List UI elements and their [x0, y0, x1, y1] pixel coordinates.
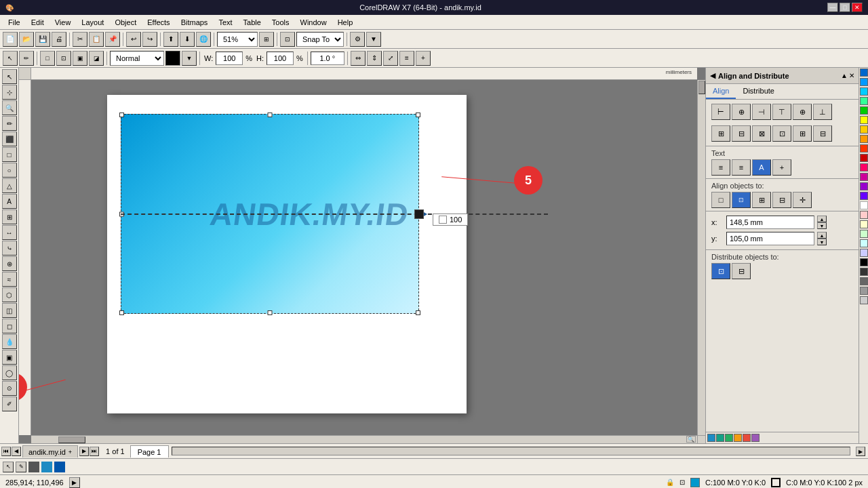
scroll-right-btn[interactable]: ▶	[856, 447, 865, 456]
panel-collapse-btn[interactable]: ◀	[710, 71, 715, 80]
dist-page-btn[interactable]: ⊡	[711, 263, 730, 279]
menu-edit[interactable]: Edit	[26, 17, 50, 28]
align-left-btn[interactable]: ⊢	[711, 104, 730, 120]
border-btn[interactable]: □	[40, 51, 55, 66]
align-to-page-btn[interactable]: □	[711, 192, 730, 208]
horizontal-scrollbar[interactable]	[31, 435, 697, 443]
palette-dark-gray[interactable]	[860, 268, 868, 276]
minimize-button[interactable]: —	[827, 3, 838, 12]
palette-white[interactable]	[860, 201, 868, 209]
polygon-tool[interactable]: △	[2, 178, 17, 193]
height-input[interactable]	[267, 52, 294, 65]
outline-color-indicator[interactable]	[41, 462, 52, 472]
maximize-button[interactable]: □	[840, 3, 850, 12]
menu-table[interactable]: Table	[238, 17, 267, 28]
palette-violet[interactable]	[860, 182, 868, 190]
align-to-selection-btn[interactable]: ⊡	[732, 192, 751, 208]
align-bottom-btn[interactable]: ⊥	[813, 104, 832, 120]
menu-view[interactable]: View	[50, 17, 77, 28]
angle-input[interactable]	[311, 52, 344, 65]
text-align-right-btn[interactable]: A	[752, 159, 771, 176]
transparency-handle[interactable]	[414, 209, 424, 219]
transparency-tool[interactable]: ◻	[2, 319, 17, 333]
options-button[interactable]: ⚙	[350, 32, 365, 47]
page-scrollbar[interactable]	[172, 447, 851, 455]
align-center-h-btn[interactable]: ⊕	[732, 104, 751, 120]
rect-tool[interactable]: □	[2, 147, 17, 162]
freehand-btn[interactable]: ✏	[19, 51, 34, 66]
dimension-tool[interactable]: ↔	[2, 225, 17, 240]
page-tab[interactable]: Page 1	[130, 445, 169, 458]
dist-selection-btn[interactable]: ⊟	[732, 263, 751, 279]
view-mode-dropdown[interactable]: Normal	[110, 51, 164, 66]
palette-light-yellow[interactable]	[860, 220, 868, 228]
close-button[interactable]: ✕	[852, 3, 863, 12]
snap-button[interactable]: ⊡	[280, 32, 295, 47]
menu-file[interactable]: File	[3, 17, 26, 28]
border3-btn[interactable]: ▣	[73, 51, 87, 66]
zoom-dropdown[interactable]: 51%	[217, 32, 258, 47]
status-action-btn[interactable]: ▶	[69, 477, 80, 488]
color-box[interactable]	[165, 51, 180, 66]
redo-button[interactable]: ↪	[142, 32, 157, 47]
undo-button[interactable]: ↩	[126, 32, 141, 47]
align-page-mid-btn[interactable]: ⊞	[793, 125, 812, 142]
y-input[interactable]	[726, 232, 814, 245]
fill-color-status[interactable]	[690, 478, 700, 487]
palette-light-purple[interactable]	[860, 249, 868, 257]
paste-button[interactable]: 📌	[105, 32, 120, 47]
align-page-center-btn[interactable]: ⊟	[732, 125, 751, 142]
ellipse-tool[interactable]: ○	[2, 163, 17, 178]
shadow-tool[interactable]: ◫	[2, 303, 17, 318]
blend-tool[interactable]: ≈	[2, 272, 17, 287]
new-button[interactable]: 📄	[3, 32, 18, 47]
align-page-top-btn[interactable]: ⊡	[772, 125, 791, 142]
add-btn[interactable]: +	[416, 51, 431, 66]
align-page-right-btn[interactable]: ⊠	[752, 125, 771, 142]
x-input[interactable]	[726, 216, 814, 229]
palette-purple[interactable]	[860, 192, 868, 200]
menu-object[interactable]: Object	[109, 17, 142, 28]
smart-drawing-tool[interactable]: ✐	[2, 396, 17, 411]
menu-layout[interactable]: Layout	[76, 17, 109, 28]
align-to-grid-btn[interactable]: ⊟	[772, 192, 791, 208]
y-spin-down[interactable]: ▼	[817, 239, 827, 245]
smart-fill-tool[interactable]: ⬛	[2, 131, 17, 146]
node-tool[interactable]: ⊹	[2, 85, 17, 100]
tab-distribute[interactable]: Distribute	[736, 84, 781, 99]
menu-text[interactable]: Text	[213, 17, 237, 28]
hscroll-thumb[interactable]	[58, 436, 85, 443]
align-center-v-btn[interactable]: ⊕	[793, 104, 812, 120]
nav-prev-btn[interactable]: ◀	[12, 447, 21, 456]
view-options[interactable]: ▼	[366, 32, 381, 47]
zoom-corner-btn[interactable]: 🔍	[686, 436, 696, 443]
nav-next-btn[interactable]: ▶	[79, 447, 89, 456]
align-to-object-btn[interactable]: ⊞	[752, 192, 771, 208]
effect-tool[interactable]: ⊛	[2, 256, 17, 271]
palette-mid-gray[interactable]	[860, 287, 868, 295]
freehand-tool[interactable]: ✏	[2, 116, 17, 131]
outline-tool[interactable]: ◯	[2, 365, 17, 380]
align-to-center-btn[interactable]: ✛	[793, 192, 812, 208]
palette-blue2[interactable]	[860, 78, 868, 86]
menu-bitmaps[interactable]: Bitmaps	[176, 17, 214, 28]
window-controls[interactable]: — □ ✕	[827, 3, 863, 12]
document-tab[interactable]: andik.my.id +	[22, 445, 78, 458]
outline-color-status[interactable]	[771, 478, 781, 487]
palette-green1[interactable]	[860, 97, 868, 105]
y-spin-up[interactable]: ▲	[817, 232, 827, 239]
color-btn-arrow[interactable]: ▼	[182, 51, 197, 66]
menu-help[interactable]: Help	[332, 17, 359, 28]
vertical-scrollbar[interactable]	[697, 80, 705, 435]
color-swatch-red[interactable]	[743, 434, 751, 442]
open-button[interactable]: 📂	[19, 32, 34, 47]
palette-gray[interactable]	[860, 277, 868, 285]
palette-green2[interactable]	[860, 106, 868, 115]
color-swatch-orange[interactable]	[734, 434, 742, 442]
menu-window[interactable]: Window	[295, 17, 332, 28]
publish-button[interactable]: 🌐	[196, 32, 211, 47]
print-button[interactable]: 🖨	[52, 32, 66, 47]
border2-btn[interactable]: ⊡	[56, 51, 71, 66]
export-button[interactable]: ⬇	[180, 32, 195, 47]
panel-close-btn[interactable]: ✕	[849, 72, 854, 79]
